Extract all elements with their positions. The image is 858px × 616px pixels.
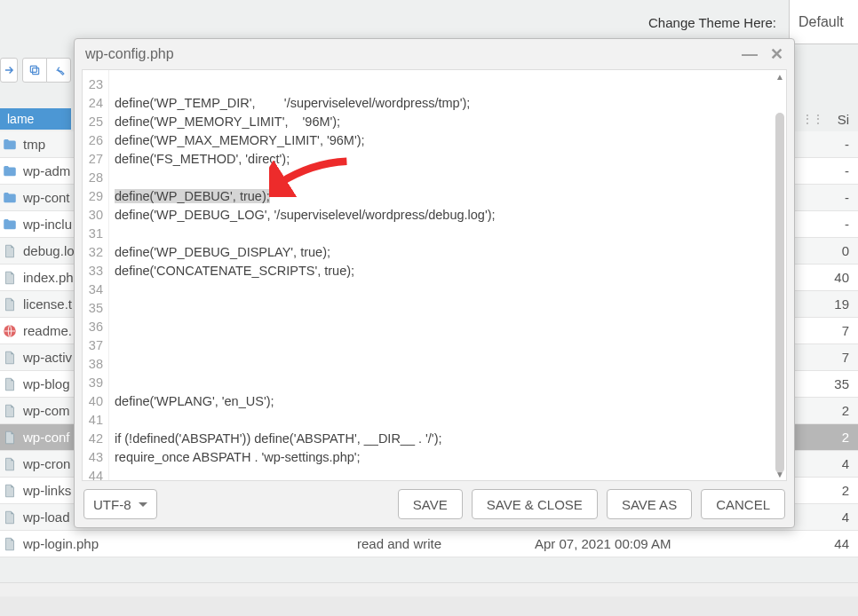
file-size: - <box>845 217 849 232</box>
file-size: 7 <box>842 323 849 338</box>
file-icon <box>2 270 18 286</box>
file-icon <box>2 456 18 472</box>
file-size: - <box>845 163 849 178</box>
file-size: 19 <box>834 296 849 312</box>
file-size: 2 <box>842 403 849 418</box>
file-icon <box>2 403 18 419</box>
cancel-button[interactable]: CANCEL <box>701 489 785 519</box>
arrow-right-icon <box>3 64 15 76</box>
scroll-up-icon[interactable]: ▲ <box>775 72 784 81</box>
col-name-header[interactable]: lame <box>0 108 71 130</box>
file-size: 4 <box>842 509 849 525</box>
file-icon <box>2 243 18 259</box>
copy-icon <box>28 64 41 76</box>
file-icon <box>2 296 18 312</box>
file-size: 2 <box>842 483 849 498</box>
editor-body: 2324252627282930313233343536373839404142… <box>82 69 787 481</box>
theme-select[interactable]: Default <box>789 0 858 44</box>
editor-footer: UTF-8 SAVE SAVE & CLOSE SAVE AS CANCEL <box>75 481 794 527</box>
editor-titlebar[interactable]: wp-config.php — ✕ <box>75 39 794 69</box>
file-icon <box>2 376 18 392</box>
line-gutter: 2324252627282930313233343536373839404142… <box>83 70 109 480</box>
save-close-button[interactable]: SAVE & CLOSE <box>472 489 598 519</box>
code-area[interactable]: define('WP_TEMP_DIR', '/superviselevel/w… <box>109 70 774 480</box>
file-icon <box>2 536 18 552</box>
file-icon <box>2 350 18 366</box>
svg-rect-0 <box>33 68 39 75</box>
save-as-button[interactable]: SAVE AS <box>607 489 692 519</box>
theme-value: Default <box>798 14 844 30</box>
folder-icon <box>2 190 18 206</box>
v-scrollbar[interactable]: ▲ ▼ <box>774 70 786 480</box>
file-size: 4 <box>842 456 849 471</box>
encoding-value: UTF-8 <box>93 497 131 512</box>
folder-icon <box>2 217 18 233</box>
h-scrollbar[interactable] <box>0 582 858 596</box>
save-button[interactable]: SAVE <box>398 489 463 519</box>
close-icon[interactable]: ✕ <box>770 44 783 64</box>
theme-label: Change Theme Here: <box>648 15 776 30</box>
file-permissions: read and write <box>357 536 535 551</box>
file-toolbar <box>0 57 71 83</box>
file-size: 7 <box>842 350 849 365</box>
encoding-select[interactable]: UTF-8 <box>83 489 157 519</box>
file-size: 0 <box>842 243 849 258</box>
file-icon <box>2 430 18 446</box>
scroll-down-icon[interactable]: ▼ <box>775 470 784 478</box>
file-size: 35 <box>834 376 849 391</box>
file-row[interactable]: wp-login.phpread and writeApr 07, 2021 0… <box>0 531 858 557</box>
status-strip <box>0 596 858 616</box>
editor-modal: wp-config.php — ✕ 2324252627282930313233… <box>74 38 795 528</box>
column-grip-icon[interactable]: ⋮⋮ <box>801 112 822 126</box>
settings-button[interactable] <box>46 58 71 83</box>
scroll-thumb[interactable] <box>775 113 784 473</box>
col-size-header[interactable]: Si <box>838 112 849 127</box>
file-name: wp-login.php <box>23 536 357 551</box>
file-icon <box>2 509 18 525</box>
file-size: 2 <box>842 430 849 445</box>
forward-button[interactable] <box>0 58 18 83</box>
svg-rect-1 <box>30 66 36 72</box>
folder-icon <box>2 163 18 179</box>
file-size: 44 <box>834 536 849 551</box>
file-icon <box>2 483 18 499</box>
file-size: - <box>845 137 849 152</box>
file-size: 40 <box>834 270 849 285</box>
file-date: Apr 07, 2021 00:09 AM <box>535 536 766 551</box>
editor-filename: wp-config.php <box>85 46 174 62</box>
folder-icon <box>2 137 18 153</box>
html-icon <box>2 323 18 339</box>
minimize-icon[interactable]: — <box>742 45 758 64</box>
copy-button[interactable] <box>22 58 47 83</box>
file-size: - <box>845 190 849 205</box>
wrench-icon <box>52 64 65 76</box>
